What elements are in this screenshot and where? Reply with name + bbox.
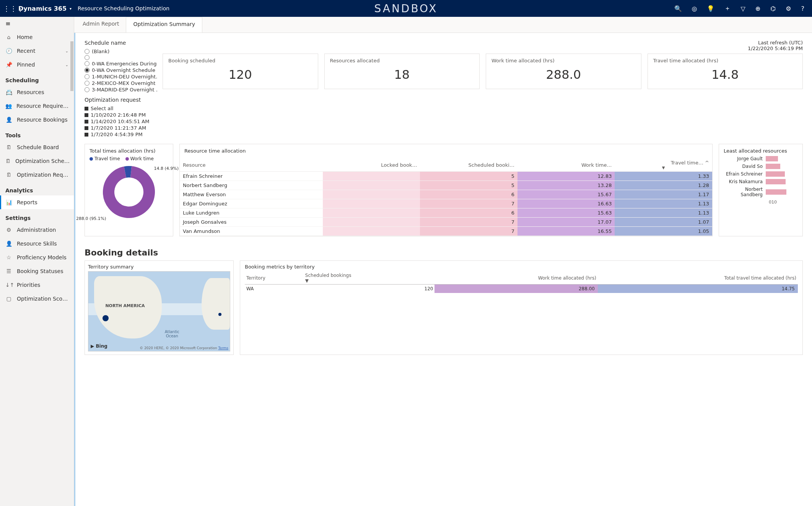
nav-optimization-requests[interactable]: 🗓Optimization Req… [0, 168, 74, 182]
nav-scrollbar[interactable] [70, 41, 73, 91]
map-pin-icon[interactable] [218, 313, 221, 316]
bar-row[interactable]: Kris Nakamura [724, 179, 798, 184]
request-checkbox[interactable]: 1/7/2020 4:54:39 PM [85, 131, 157, 138]
donut-chart[interactable]: 14.8 (4.9%) 288.0 (95.1%) [102, 165, 156, 219]
filter-icon[interactable]: ▽ [740, 5, 745, 12]
territory-map[interactable]: NORTH AMERICA AtlanticOcean ▶ Bing © 202… [88, 271, 230, 351]
nav-resource-requirements[interactable]: 👥Resource Require… [0, 99, 74, 113]
table-row[interactable]: Edgar Dominguez716.631.13 [180, 199, 712, 208]
top-icon-bar: 🔍 ◎ 💡 ＋ ▽ ⊕ ⌬ ⚙ ? [670, 5, 809, 13]
schedule-radio[interactable]: (Blank) [85, 48, 157, 55]
map-terms-link[interactable]: Terms [218, 346, 228, 350]
resource-time-table[interactable]: Resource Locked book… Scheduled booki… W… [180, 158, 712, 236]
nav-hamburger-icon[interactable]: ≡ [0, 17, 74, 30]
brand-label[interactable]: Dynamics 365 [18, 5, 67, 12]
shell: ≡ ⌂Home 🕘Recent⌄ 📌Pinned⌄ Scheduling 📇Re… [0, 17, 812, 506]
gear-icon[interactable]: ⚙ [786, 5, 791, 12]
opt-request-header: Optimization request [85, 97, 157, 103]
schedule-radio[interactable]: 2-MEXICO-MEX Overnight … [85, 80, 157, 86]
table-row[interactable]: Norbert Sandberg513.281.28 [180, 181, 712, 190]
legend-travel-icon [89, 157, 93, 161]
nav-recent[interactable]: 🕘Recent⌄ [0, 44, 74, 58]
nav-schedule-board[interactable]: 🗓Schedule Board [0, 140, 74, 154]
help-icon[interactable]: ? [801, 5, 805, 12]
least-allocated-chart[interactable]: Jorge GaultDavid SoEfrain SchreinerKris … [724, 156, 798, 197]
map-attribution: © 2020 HERE, © 2020 Microsoft Corporatio… [140, 346, 228, 350]
col-locked[interactable]: Locked book… [323, 158, 420, 172]
home-icon: ⌂ [5, 34, 12, 40]
col-scheduled[interactable]: Scheduled booki… [420, 158, 517, 172]
select-all-checkbox[interactable]: Select all [85, 105, 157, 112]
nav-section-tools: Tools [0, 127, 74, 140]
nav-reports[interactable]: 📊Reports [0, 195, 74, 209]
plus-icon[interactable]: ＋ [724, 5, 731, 13]
schedule-radio[interactable]: 0-WA Overnight Schedule [85, 67, 157, 73]
sort-desc-icon: ▼ [305, 278, 309, 283]
calendar-icon: 🗓 [5, 144, 12, 150]
chevron-down-icon[interactable]: ▾ [70, 7, 72, 11]
nav-home[interactable]: ⌂Home [0, 30, 74, 44]
puzzle-icon[interactable]: ⌬ [770, 5, 776, 12]
nav-booking-statuses[interactable]: ☰Booking Statuses [0, 264, 74, 278]
booking-metrics-table[interactable]: Territory Scheduled bookings▼ Work time … [245, 272, 798, 293]
app-launcher-icon[interactable]: ⋮⋮⋮ [3, 5, 17, 13]
request-checkbox[interactable]: 1/7/2020 11:21:37 AM [85, 125, 157, 131]
col-travel[interactable]: Travel time… ^▼ [615, 158, 712, 172]
calendar-icon: 🗓 [5, 158, 11, 164]
tab-admin-report[interactable]: Admin Report [76, 17, 126, 33]
resource-icon: 📇 [5, 89, 12, 95]
kpi-panel: Last refresh (UTC) 1/22/2020 5:46:19 PM … [163, 40, 803, 89]
schedule-radio[interactable]: 3-MADRID-ESP Overnight … [85, 86, 157, 93]
search-icon[interactable]: 🔍 [674, 5, 682, 12]
nav-optimization-schedules[interactable]: 🗓Optimization Sche… [0, 154, 74, 168]
nav-administration[interactable]: ⚙Administration [0, 223, 74, 237]
people-icon: 👥 [5, 103, 12, 109]
donut-travel-label: 14.8 (4.9%) [154, 166, 179, 171]
target-icon[interactable]: ◎ [692, 5, 697, 12]
bar-row[interactable]: Norbert Sandberg [724, 187, 798, 197]
table-row[interactable]: Matthew Everson615.671.17 [180, 190, 712, 199]
kpi-travel-time: Travel time allocated (hrs)14.8 [648, 54, 803, 89]
nav-proficiency-models[interactable]: ☆Proficiency Models [0, 251, 74, 264]
nav-resources[interactable]: 📇Resources [0, 85, 74, 99]
sort-asc-icon: ^ [705, 160, 709, 166]
sort-desc-icon: ▼ [618, 166, 709, 170]
chevron-down-icon: ⌄ [65, 49, 68, 53]
kpi-booking-scheduled: Booking scheduled120 [163, 54, 318, 89]
col-work[interactable]: Work time… [517, 158, 615, 172]
nav-resource-bookings[interactable]: 👤Resource Bookings [0, 113, 74, 127]
request-checkbox[interactable]: 1/14/2020 10:45:51 AM [85, 118, 157, 125]
table-row[interactable]: Luke Lundgren615.631.13 [180, 208, 712, 218]
bulb-icon[interactable]: 💡 [707, 5, 714, 12]
nav-resource-skills[interactable]: 👤Resource Skills [0, 237, 74, 251]
table-row[interactable]: Efrain Schreiner512.831.33 [180, 172, 712, 181]
nav-pinned[interactable]: 📌Pinned⌄ [0, 58, 74, 72]
page-body: Schedule name (Blank)0-WA Emergencies Du… [74, 33, 812, 506]
tab-optimization-summary[interactable]: Optimization Summary [126, 17, 202, 33]
nav-section-analytics: Analytics [0, 182, 74, 195]
booking-details-header: Booking details [85, 248, 803, 257]
chart-icon: 📊 [5, 199, 12, 205]
resource-time-table-card: Resource time allocation Resource Locked… [179, 144, 713, 236]
kpi-work-time: Work time allocated (hrs)288.0 [486, 54, 641, 89]
schedule-radio[interactable]: 0-WA Emergencies During … [85, 60, 157, 67]
nav-optimization-scoring[interactable]: ▢Optimization Sco… [0, 292, 74, 306]
donut-legend: Travel time Work time [89, 156, 168, 161]
booking-metrics-card: Booking metrics by territory Territory S… [240, 260, 803, 355]
request-checkbox[interactable]: 1/10/2020 2:16:48 PM [85, 112, 157, 118]
col-resource[interactable]: Resource [180, 158, 323, 172]
box-icon: ▢ [5, 296, 12, 302]
sort-icon: ↓↑ [5, 282, 12, 288]
circle-plus-icon[interactable]: ⊕ [755, 5, 760, 12]
schedule-radio[interactable]: 1-MUNICH-DEU Overnight… [85, 73, 157, 80]
table-row[interactable]: WA 120 288.00 14.75 [245, 285, 798, 293]
top-bar: ⋮⋮⋮ Dynamics 365 ▾ Resource Scheduling O… [0, 0, 812, 17]
table-row[interactable]: Van Amundson716.551.05 [180, 227, 712, 236]
bar-row[interactable]: Jorge Gault [724, 156, 798, 161]
nav-priorities[interactable]: ↓↑Priorities [0, 278, 74, 292]
app-name-label: Resource Scheduling Optimization [78, 5, 169, 11]
table-row[interactable]: Joseph Gonsalves717.071.07 [180, 218, 712, 227]
schedule-radio[interactable] [85, 55, 157, 60]
bar-row[interactable]: Efrain Schreiner [724, 171, 798, 177]
bar-row[interactable]: David So [724, 164, 798, 169]
